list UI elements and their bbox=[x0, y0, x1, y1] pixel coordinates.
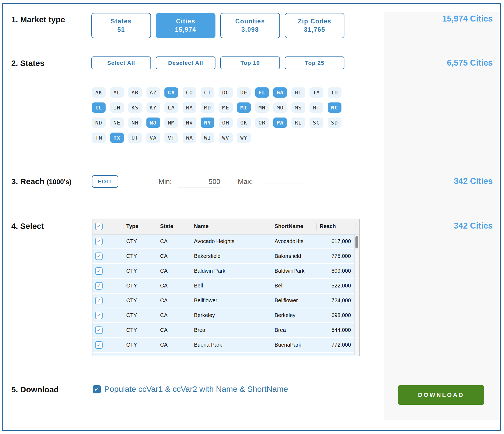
state-chip-ny[interactable]: NY bbox=[201, 118, 214, 128]
reach-edit-button[interactable]: EDIT bbox=[92, 175, 118, 188]
cell-shortname: Berkeley bbox=[275, 312, 296, 318]
states-action-deselect-all[interactable]: Deselect All bbox=[156, 56, 215, 69]
state-chip-ms[interactable]: MS bbox=[291, 102, 305, 113]
market-type-button-cities[interactable]: Cities15,974 bbox=[156, 13, 215, 38]
column-header-type[interactable]: Type bbox=[126, 223, 138, 229]
select-all-checkbox[interactable]: ✓ bbox=[95, 223, 103, 230]
state-chip-or[interactable]: OR bbox=[255, 118, 269, 128]
state-chip-ia[interactable]: IA bbox=[309, 87, 323, 98]
state-chip-mo[interactable]: MO bbox=[273, 102, 287, 113]
row-checkbox[interactable]: ✓ bbox=[95, 326, 103, 334]
state-chip-ak[interactable]: AK bbox=[92, 87, 106, 98]
row-checkbox[interactable]: ✓ bbox=[95, 297, 103, 304]
state-chip-nv[interactable]: NV bbox=[183, 118, 196, 128]
section-label-download: 5. Download bbox=[11, 385, 59, 394]
column-header-reach[interactable]: Reach bbox=[320, 223, 336, 229]
state-chip-wa[interactable]: WA bbox=[183, 133, 196, 143]
states-action-top-25[interactable]: Top 25 bbox=[285, 56, 344, 69]
populate-ccvars-label[interactable]: Populate ccVar1 & ccVar2 with Name & Sho… bbox=[104, 385, 288, 394]
cell-state: CA bbox=[160, 342, 168, 348]
state-chip-nm[interactable]: NM bbox=[164, 118, 178, 128]
cell-shortname: Brea bbox=[275, 327, 286, 333]
table-row-buena-park[interactable]: ✓CTYCABuena ParkBuenaPark772,000 bbox=[92, 338, 359, 352]
state-chip-nh[interactable]: NH bbox=[128, 118, 142, 128]
column-header-name[interactable]: Name bbox=[194, 223, 208, 229]
populate-ccvars-checkbox[interactable]: ✓ bbox=[93, 385, 101, 393]
state-chip-tx[interactable]: TX bbox=[110, 133, 124, 143]
state-chip-md[interactable]: MD bbox=[201, 102, 214, 113]
state-chip-tn[interactable]: TN bbox=[92, 133, 106, 143]
state-chip-id[interactable]: ID bbox=[328, 87, 341, 98]
state-chip-ma[interactable]: MA bbox=[183, 102, 196, 113]
state-chip-al[interactable]: AL bbox=[110, 87, 124, 98]
state-chip-dc[interactable]: DC bbox=[219, 87, 233, 98]
state-chip-sc[interactable]: SC bbox=[309, 118, 323, 128]
column-header-state[interactable]: State bbox=[160, 223, 173, 229]
market-type-button-states[interactable]: States51 bbox=[91, 13, 151, 38]
state-chip-in[interactable]: IN bbox=[110, 102, 124, 113]
cell-reach: 724,000 bbox=[332, 297, 351, 304]
row-checkbox[interactable]: ✓ bbox=[95, 341, 103, 349]
state-chip-fl[interactable]: FL bbox=[255, 87, 269, 98]
state-chip-hi[interactable]: HI bbox=[291, 87, 305, 98]
row-checkbox[interactable]: ✓ bbox=[95, 282, 103, 290]
states-action-top-10[interactable]: Top 10 bbox=[220, 56, 280, 69]
state-chip-mn[interactable]: MN bbox=[255, 102, 269, 113]
state-chip-wy[interactable]: WY bbox=[237, 133, 251, 143]
table-scrollbar-thumb[interactable] bbox=[355, 236, 358, 248]
state-chip-ne[interactable]: NE bbox=[110, 118, 124, 128]
state-chip-nc[interactable]: NC bbox=[328, 102, 341, 113]
market-type-button-counties[interactable]: Counties3,098 bbox=[220, 13, 280, 38]
table-row-bakersfield[interactable]: ✓CTYCABakersfieldBakersfield775,000 bbox=[92, 249, 359, 263]
cell-state: CA bbox=[160, 327, 168, 333]
state-chip-mi[interactable]: MI bbox=[237, 102, 251, 113]
state-chip-wv[interactable]: WV bbox=[219, 133, 233, 143]
market-type-button-label: Counties bbox=[235, 17, 265, 26]
state-chip-de[interactable]: DE bbox=[237, 87, 251, 98]
state-chip-va[interactable]: VA bbox=[146, 133, 160, 143]
state-chip-ok[interactable]: OK bbox=[237, 118, 251, 128]
state-chip-nj[interactable]: NJ bbox=[146, 118, 160, 128]
state-chip-ks[interactable]: KS bbox=[128, 102, 142, 113]
state-chip-mt[interactable]: MT bbox=[309, 102, 323, 113]
table-row-berkeley[interactable]: ✓CTYCABerkeleyBerkeley698,000 bbox=[92, 308, 359, 322]
state-chip-ri[interactable]: RI bbox=[291, 118, 305, 128]
state-chip-ar[interactable]: AR bbox=[128, 87, 142, 98]
reach-min-input[interactable]: 500 bbox=[177, 177, 220, 186]
table-row-baldwin-park[interactable]: ✓CTYCABaldwin ParkBaldwinPark809,000 bbox=[92, 264, 359, 278]
cell-shortname: Bellflower bbox=[275, 297, 298, 304]
header-divider bbox=[192, 223, 192, 230]
table-row-brea[interactable]: ✓CTYCABreaBrea544,000 bbox=[92, 323, 359, 337]
state-chip-me[interactable]: ME bbox=[219, 102, 233, 113]
state-chip-ct[interactable]: CT bbox=[201, 87, 214, 98]
state-chip-vt[interactable]: VT bbox=[164, 133, 178, 143]
state-chip-la[interactable]: LA bbox=[164, 102, 178, 113]
state-chip-il[interactable]: IL bbox=[92, 102, 106, 113]
state-chip-ca[interactable]: CA bbox=[164, 87, 178, 98]
table-row-avocado-heights[interactable]: ✓CTYCAAvocado HeightsAvocadoHts617,000 bbox=[92, 234, 359, 248]
state-chip-ga[interactable]: GA bbox=[273, 87, 287, 98]
state-chip-ut[interactable]: UT bbox=[128, 133, 142, 143]
state-chip-wi[interactable]: WI bbox=[201, 133, 214, 143]
state-chip-co[interactable]: CO bbox=[183, 87, 196, 98]
state-chip-oh[interactable]: OH bbox=[219, 118, 233, 128]
states-action-select-all[interactable]: Select All bbox=[91, 56, 151, 69]
table-row-bell[interactable]: ✓CTYCABellBell522,000 bbox=[92, 279, 359, 293]
cell-reach: 809,000 bbox=[332, 268, 351, 274]
row-checkbox[interactable]: ✓ bbox=[95, 252, 103, 260]
table-scrollbar[interactable] bbox=[354, 234, 359, 355]
state-chip-sd[interactable]: SD bbox=[328, 118, 341, 128]
column-header-shortname[interactable]: ShortName bbox=[275, 223, 303, 229]
row-checkbox[interactable]: ✓ bbox=[95, 267, 103, 275]
cell-type: CTY bbox=[126, 327, 137, 333]
state-chip-nd[interactable]: ND bbox=[92, 118, 106, 128]
state-chip-ky[interactable]: KY bbox=[146, 102, 160, 113]
section-label-reach: 3. Reach (1000's) bbox=[11, 177, 71, 186]
table-row-bellflower[interactable]: ✓CTYCABellflowerBellflower724,000 bbox=[92, 294, 359, 308]
state-chip-az[interactable]: AZ bbox=[146, 87, 160, 98]
download-button[interactable]: DOWNLOAD bbox=[398, 385, 484, 405]
state-chip-pa[interactable]: PA bbox=[273, 118, 287, 128]
row-checkbox[interactable]: ✓ bbox=[95, 312, 103, 319]
row-checkbox[interactable]: ✓ bbox=[95, 238, 103, 245]
market-type-button-zip-codes[interactable]: Zip Codes31,765 bbox=[285, 13, 344, 38]
